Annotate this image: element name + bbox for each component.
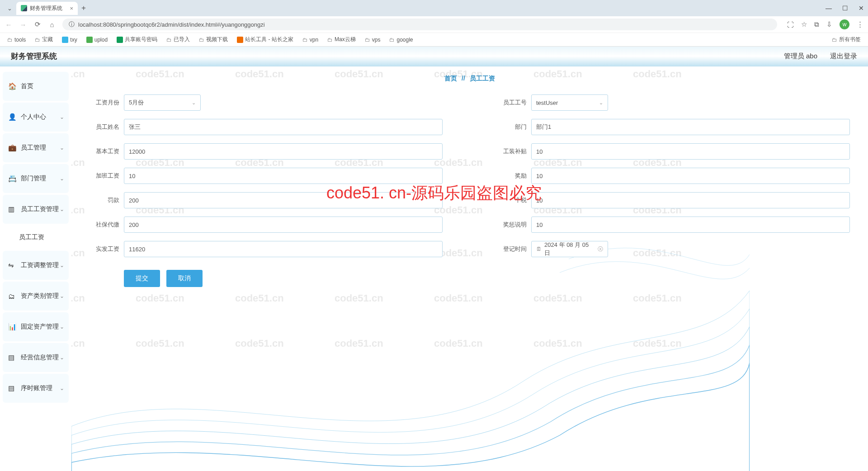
top-banner: 财务管理系统 管理员 abo 退出登录 — [0, 47, 868, 66]
sidebar-item-salary[interactable]: 员工工资 — [3, 226, 69, 249]
all-bookmarks[interactable]: 🗀所有书签 — [829, 35, 863, 44]
site-info-icon[interactable]: ⓘ — [69, 20, 75, 28]
employee-name-input[interactable] — [124, 119, 443, 135]
folder-icon: 🗀 — [832, 37, 837, 43]
reward-note-input[interactable] — [531, 217, 850, 233]
department-input[interactable] — [531, 119, 850, 135]
penalty-input[interactable] — [124, 192, 443, 208]
tax-input[interactable] — [531, 192, 850, 208]
menu-icon[interactable]: ⋮ — [857, 20, 863, 28]
back-icon[interactable]: ← — [5, 21, 13, 28]
bookmark-item[interactable]: 🗀Max云梯 — [325, 35, 359, 44]
field-overtime: 加班工资 — [90, 168, 443, 184]
briefcase-icon: 💼 — [8, 144, 17, 152]
bookmark-item[interactable]: 🗀vps — [362, 36, 383, 44]
new-tab-button[interactable]: + — [81, 4, 86, 13]
calendar-icon: 🗓 — [536, 246, 542, 252]
sidebar-item-home[interactable]: 🏠首页 — [3, 72, 69, 101]
sidebar-item-salary-manage[interactable]: ▥员工工资管理⌄ — [3, 195, 69, 224]
browser-tab[interactable]: 财务管理系统 × — [16, 2, 78, 15]
breadcrumb-home[interactable]: 首页 — [444, 75, 457, 82]
translate-icon[interactable]: ⛶ — [787, 21, 794, 28]
sidebar-item-employee[interactable]: 💼员工管理⌄ — [3, 133, 69, 162]
favicon-icon — [21, 5, 27, 11]
window-controls: — ☐ ✕ — [826, 0, 864, 16]
base-salary-input[interactable] — [124, 143, 443, 160]
bookmark-item[interactable]: 🗀宝藏 — [32, 35, 56, 44]
browser-chrome: ⌄ 财务管理系统 × + — ☐ ✕ ← → ⟳ ⌂ ⓘ localhost:8… — [0, 0, 868, 47]
submit-button[interactable]: 提交 — [124, 270, 160, 287]
bookmark-item[interactable]: 🗀vpn — [300, 36, 321, 44]
user-icon: 👤 — [8, 113, 17, 121]
field-department: 部门 — [497, 119, 850, 135]
forward-icon[interactable]: → — [19, 21, 27, 28]
folder-icon: 🗀 — [166, 37, 172, 43]
close-window-icon[interactable]: ✕ — [858, 5, 864, 12]
profile-avatar[interactable]: w — [840, 19, 849, 29]
breadcrumb-current: 员工工资 — [470, 75, 495, 82]
cancel-button[interactable]: 取消 — [166, 270, 203, 287]
archive-icon: 🗂 — [8, 292, 17, 300]
bookmark-item[interactable]: 🗀已导入 — [164, 35, 193, 44]
cloud-icon — [62, 37, 68, 43]
reload-icon[interactable]: ⟳ — [33, 20, 42, 28]
net-salary-input[interactable] — [124, 241, 443, 257]
chevron-down-icon: ⌄ — [60, 262, 64, 268]
tabs-dropdown-icon[interactable]: ⌄ — [5, 5, 14, 12]
sidebar-item-journal[interactable]: ▤序时账管理⌄ — [3, 374, 69, 403]
bookmark-item[interactable]: 🗀视频下载 — [196, 35, 231, 44]
clear-icon[interactable]: ⓧ — [598, 245, 603, 253]
extensions-icon[interactable]: ⧉ — [814, 20, 819, 28]
tab-title: 财务管理系统 — [30, 5, 62, 12]
bookmark-item[interactable]: 站长工具 - 站长之家 — [234, 35, 296, 44]
breadcrumb: 首页 // 员工工资 — [90, 75, 850, 83]
chart-icon — [237, 37, 243, 43]
main-content: 首页 // 员工工资 工资月份 5月份⌄ 员工工号 — [71, 66, 868, 471]
bookmark-item[interactable]: 共享账号密码 — [114, 35, 160, 44]
current-user[interactable]: 管理员 abo — [784, 52, 817, 61]
overtime-input[interactable] — [124, 168, 443, 184]
field-bonus: 奖励 — [497, 168, 850, 184]
bonus-input[interactable] — [531, 168, 850, 184]
bookmark-item[interactable]: 🗀tools — [5, 36, 28, 44]
employee-id-select[interactable]: testUser⌄ — [531, 94, 608, 111]
social-insurance-input[interactable] — [124, 217, 443, 233]
list-icon: ▤ — [8, 353, 17, 362]
field-employee-id: 员工工号 testUser⌄ — [497, 94, 850, 111]
home-icon: 🏠 — [8, 82, 17, 90]
folder-icon: 🗀 — [199, 37, 204, 43]
sidebar-item-profile[interactable]: 👤个人中心⌄ — [3, 103, 69, 132]
maximize-icon[interactable]: ☐ — [842, 5, 848, 12]
field-tax: 个税 — [497, 192, 850, 208]
chevron-down-icon: ⌄ — [60, 145, 64, 151]
grid-icon: ▥ — [8, 205, 17, 213]
folder-icon: 🗀 — [327, 37, 333, 43]
salary-form: 工资月份 5月份⌄ 员工工号 testUser⌄ — [90, 94, 850, 287]
field-uniform-allowance: 工装补贴 — [497, 143, 850, 160]
tab-bar: ⌄ 财务管理系统 × + — ☐ ✕ — [0, 0, 868, 16]
salary-month-select[interactable]: 5月份⌄ — [124, 94, 201, 111]
download-icon[interactable]: ⇩ — [826, 20, 832, 28]
home-icon[interactable]: ⌂ — [48, 21, 56, 28]
register-date-picker[interactable]: 🗓 2024 年 08 月 05 日 ⓧ — [531, 241, 608, 257]
url-text: localhost:8080/springbootqc6r2/admin/dis… — [78, 21, 265, 28]
close-tab-icon[interactable]: × — [70, 5, 73, 12]
bookmark-star-icon[interactable]: ☆ — [801, 20, 807, 28]
bookmark-item[interactable]: 🗀google — [387, 36, 415, 44]
url-box[interactable]: ⓘ localhost:8080/springbootqc6r2/admin/d… — [62, 19, 777, 30]
bookmark-item[interactable]: txy — [59, 36, 80, 44]
sidebar-item-fixed-asset[interactable]: 📊固定资产管理⌄ — [3, 312, 69, 341]
minimize-icon[interactable]: — — [826, 5, 832, 12]
sidebar-item-salary-adjust[interactable]: ⇋工资调整管理⌄ — [3, 251, 69, 280]
bookmark-item[interactable]: uplod — [84, 36, 110, 44]
sidebar: 🏠首页 👤个人中心⌄ 💼员工管理⌄ 📇部门管理⌄ ▥员工工资管理⌄ 员工工资 ⇋… — [0, 66, 71, 471]
arrow-icon — [86, 37, 93, 43]
sidebar-item-department[interactable]: 📇部门管理⌄ — [3, 164, 69, 193]
field-employee-name: 员工姓名 — [90, 119, 443, 135]
uniform-allowance-input[interactable] — [531, 143, 850, 160]
breadcrumb-sep: // — [462, 75, 465, 82]
logout-link[interactable]: 退出登录 — [830, 52, 857, 61]
field-social-insurance: 社保代缴 — [90, 217, 443, 233]
sidebar-item-asset-category[interactable]: 🗂资产类别管理⌄ — [3, 282, 69, 311]
sidebar-item-business-info[interactable]: ▤经营信息管理⌄ — [3, 343, 69, 372]
